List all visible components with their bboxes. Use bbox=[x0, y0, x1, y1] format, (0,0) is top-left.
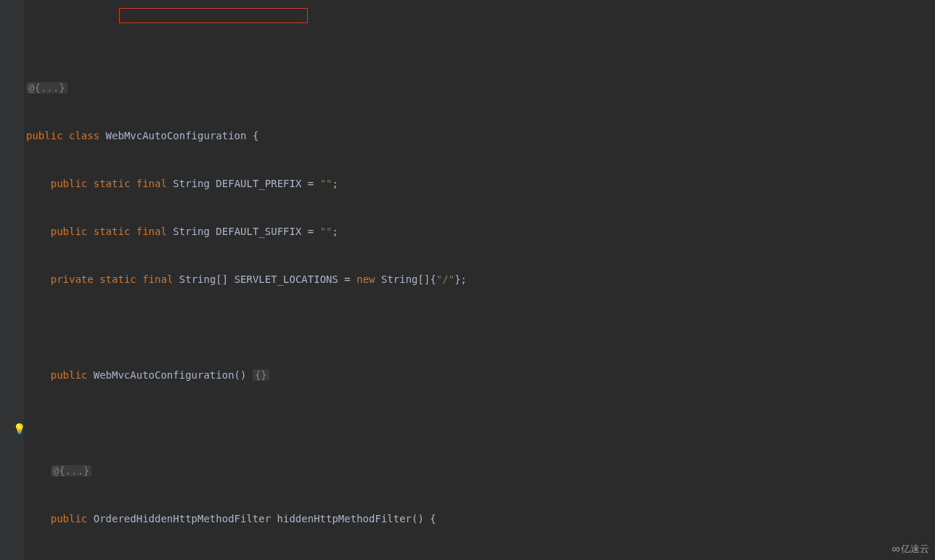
code-line bbox=[26, 319, 935, 335]
code-line: @{...} bbox=[26, 80, 935, 96]
gutter[interactable]: 💡 bbox=[0, 0, 23, 560]
code-line: public WebMvcAutoConfiguration() {} bbox=[26, 367, 935, 383]
code-line: public static final String DEFAULT_PREFI… bbox=[26, 176, 935, 192]
code-line: private static final String[] SERVLET_LO… bbox=[26, 271, 935, 287]
folded-block[interactable]: {} bbox=[253, 369, 269, 381]
code-line: @{...} bbox=[26, 463, 935, 479]
watermark-text: 亿速云 bbox=[901, 543, 929, 556]
code-line: public OrderedHiddenHttpMethodFilter hid… bbox=[26, 511, 935, 527]
code-area[interactable]: @{...} public class WebMvcAutoConfigurat… bbox=[23, 0, 935, 560]
folded-annotation[interactable]: @{...} bbox=[26, 82, 68, 94]
code-editor: 💡 @{...} public class WebMvcAutoConfigur… bbox=[0, 0, 935, 560]
code-line: public static final String DEFAULT_SUFFI… bbox=[26, 223, 935, 239]
watermark: ∞ 亿速云 bbox=[892, 543, 929, 556]
watermark-logo-icon: ∞ bbox=[892, 543, 898, 556]
folded-annotation[interactable]: @{...} bbox=[51, 465, 92, 477]
code-line bbox=[26, 415, 935, 431]
code-line: public class WebMvcAutoConfiguration { bbox=[26, 128, 935, 144]
highlight-box bbox=[119, 8, 308, 23]
